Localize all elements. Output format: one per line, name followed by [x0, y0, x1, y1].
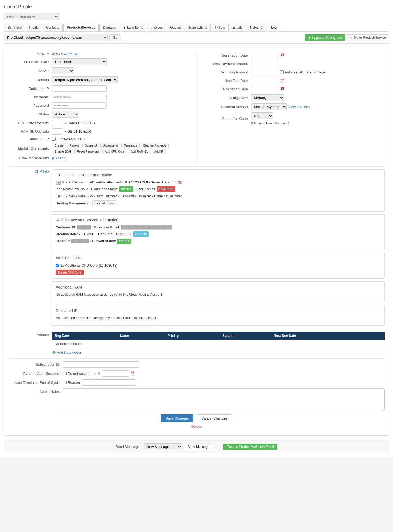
override-suspend-calendar-icon[interactable]: 📅 [130, 371, 135, 376]
recurring-amount-input[interactable]: 35.98 [251, 69, 278, 75]
cmd-renew[interactable]: Renew [67, 143, 81, 148]
howto-text: (Expand) [52, 156, 67, 160]
tab-domains[interactable]: Domains [99, 24, 119, 31]
cmd-create[interactable]: Create [52, 143, 66, 148]
left-column: Order # 416 - View Order Product/Service… [8, 52, 197, 164]
next-due-date-input[interactable]: 21/12/2018 [251, 78, 278, 84]
addons-no-records: No Records Found [52, 340, 385, 348]
message-type-dropdown[interactable]: New Message [144, 443, 182, 450]
dedicated-ip-value [52, 85, 191, 92]
client-dropdown[interactable]: Online Reports #6 [4, 13, 59, 20]
product-service-dropdown[interactable]: Pro Cloud [52, 58, 107, 65]
cpanel-login-btn[interactable]: cPanel Login [92, 200, 116, 206]
override-suspend-date-input[interactable] [102, 370, 129, 377]
reg-date-input[interactable]: 21/11/2018 [251, 52, 278, 58]
howto-expand-link[interactable]: (Expand) [52, 156, 67, 160]
ram-upgrade-value: 0 x GB €1.16 EUR [52, 128, 191, 135]
dedicated-ip-input[interactable] [52, 85, 107, 92]
promo-code-dropdown[interactable]: None [251, 112, 273, 119]
resend-welcome-email-button[interactable]: Resend Product Welcome Email [223, 444, 278, 450]
recurring-amount-label: Recurring Amount [202, 70, 251, 74]
status-dropdown[interactable]: Active [52, 111, 79, 118]
tab-summary[interactable]: Summary [4, 24, 25, 31]
billing-cycle-dropdown[interactable]: Monthly [251, 94, 284, 101]
product-service-select[interactable]: Pro Cloud - rchpm76-pro.com.onlyfordemo.… [4, 34, 108, 41]
ram-upgrade-row: RAM Gb Upgrade 0 x GB €1.16 EUR [8, 128, 191, 135]
termination-date-input[interactable] [251, 86, 278, 92]
password-input[interactable] [52, 102, 107, 109]
tab-log[interactable]: Log [268, 24, 280, 31]
password-value [52, 102, 191, 109]
cmd-add-ram[interactable]: Add RAM Gb [128, 149, 151, 154]
cmd-unsuspend[interactable]: Unsuspend [100, 143, 121, 148]
tab-quotes[interactable]: Quotes [167, 24, 184, 31]
go-button[interactable]: Go [109, 34, 121, 41]
view-invoices-link[interactable]: View Invoices [288, 105, 310, 109]
domain-dropdown[interactable]: rchpm76-pro.com.onlyfordemo.com [52, 76, 118, 83]
subscription-id-input[interactable] [63, 361, 139, 368]
sub-nav: Pro Cloud - rchpm76-pro.com.onlyfordemo.… [4, 32, 389, 44]
tab-invoices[interactable]: Invoices [147, 24, 166, 31]
tab-billable[interactable]: Billable Items [120, 24, 146, 31]
dedicated-ip2-checkbox[interactable] [52, 137, 56, 141]
tab-contacts[interactable]: Contacts [43, 24, 62, 31]
promo-code-label: Promotion Code [202, 117, 251, 121]
payment-method-row: Payment Method Mail In Payment View Invo… [202, 103, 385, 110]
auto-recalculate-text: Auto Recalculate on Save [285, 70, 326, 74]
cpu-upgrade-input[interactable]: 1 [52, 120, 63, 126]
auto-terminate-checkbox[interactable] [63, 381, 67, 384]
cancel-changes-button[interactable]: Cancel Changes [197, 414, 232, 422]
reg-date-calendar-icon[interactable]: 📅 [280, 53, 285, 58]
server-dropdown[interactable] [52, 67, 74, 74]
product-service-row: Product/Service Pro Cloud [8, 58, 191, 65]
admin-notes-textarea[interactable] [63, 388, 385, 410]
delete-link[interactable]: Delete [191, 424, 202, 429]
cmd-suspend[interactable]: Suspend [82, 143, 99, 148]
save-changes-button[interactable]: Save Changes [161, 414, 193, 422]
domain-row: Domain rchpm76-pro.com.onlyfordemo.com [8, 76, 191, 83]
cmd-add-cpu[interactable]: Add CPU Core [102, 149, 127, 154]
next-due-date-calendar-icon[interactable]: 📅 [280, 79, 285, 83]
auto-recalculate-checkbox[interactable] [280, 70, 284, 74]
termination-date-label: Termination Date [202, 87, 251, 91]
delete-cpu-core-btn[interactable]: Delete CPU Core [56, 270, 84, 275]
tab-emails[interactable]: Emails [229, 24, 246, 31]
tab-profile[interactable]: Profile [26, 24, 42, 31]
dedicated-ip-box-note: No dedicated IP has been assigned yet to… [56, 316, 381, 320]
view-order-link[interactable]: View Order [61, 52, 79, 56]
auto-terminate-reason-input[interactable] [82, 379, 136, 386]
cpu-item-checkbox[interactable] [56, 264, 59, 267]
subscription-id-label: Subscription ID [8, 362, 63, 367]
tab-notes[interactable]: Notes (0) [247, 24, 267, 31]
reg-date-label: Registration Date [202, 53, 251, 57]
domain-value: rchpm76-pro.com.onlyfordemo.com [52, 76, 191, 83]
server-value [52, 67, 191, 74]
cmd-reset-password[interactable]: Reset Password [74, 149, 101, 154]
move-product-button[interactable]: ↔ Move Product/Service [347, 34, 389, 41]
upgrade-downgrade-button[interactable]: ⬆ Upgrade/Downgrade [305, 34, 345, 41]
tab-tickets[interactable]: Tickets [211, 24, 229, 31]
cmd-terminate[interactable]: Terminate [121, 143, 139, 148]
cmd-change-package[interactable]: Change Package [141, 143, 169, 148]
dedicated-ip-box-title: Dedicated IP [56, 308, 381, 313]
tabs-nav: Summary Profile Contacts Products/Servic… [4, 24, 389, 32]
tab-products[interactable]: Products/Services [63, 24, 99, 31]
payment-method-dropdown[interactable]: Mail In Payment [251, 103, 287, 110]
override-suspend-checkbox[interactable] [63, 372, 67, 375]
status-value: Active [52, 111, 191, 118]
cmd-enable-ssh[interactable]: Enable SSH [52, 149, 73, 154]
domain-label: Domain [8, 78, 52, 82]
addons-th-status: Status [220, 332, 271, 340]
tab-transactions[interactable]: Transactions [185, 24, 211, 31]
module-commands-row: Module Commands Create Renew Suspend Uns… [8, 143, 191, 154]
add-addon-link[interactable]: ⊕ Add New Addon [52, 350, 385, 355]
cmd-add-ip[interactable]: Add IP [152, 149, 166, 154]
ram-upgrade-label: RAM Gb Upgrade [8, 129, 52, 133]
termination-date-calendar-icon[interactable]: 📅 [280, 87, 285, 91]
username-input[interactable] [52, 94, 107, 100]
ram-upgrade-input[interactable]: 0 [52, 128, 63, 135]
first-payment-input[interactable]: 34.82 [251, 61, 278, 67]
send-message-button[interactable]: Send Message [184, 444, 213, 450]
server-info-line: 🖥 Shared Server: cns61.webhostbox.net - … [56, 180, 381, 185]
addons-no-records-row: No Records Found [52, 340, 385, 348]
